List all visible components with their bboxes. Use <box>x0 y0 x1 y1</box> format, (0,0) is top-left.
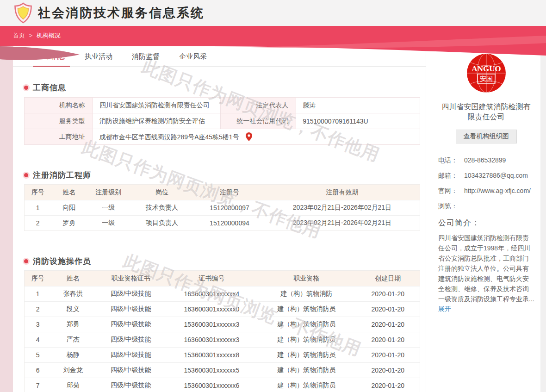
address-label: 工商地址 <box>25 129 93 145</box>
table-cell: 四级/中级技能 <box>95 363 167 378</box>
table-cell: 四级/中级技能 <box>95 302 167 317</box>
view-org-chart-button[interactable]: 查看机构组织图 <box>456 130 517 143</box>
table-row: 1张春洪四级/中级技能163600301xxxxxx4建（构）筑物消防2020-… <box>25 286 420 302</box>
table-row: 服务类型 消防设施维护保养检测/消防安全评估 统一社会信用代码 91510000… <box>25 113 420 129</box>
table-cell: 153600301xxxxxx6 <box>167 378 257 392</box>
table-row: 5杨静四级/中级技能153600301xxxxxx8建（构）筑物消防员2020-… <box>25 348 420 363</box>
table-cell: 技术负责人 <box>130 200 194 216</box>
map-pin-icon[interactable] <box>246 132 252 141</box>
table-cell: 建（构）筑物消防员 <box>257 317 356 332</box>
company-logo: ANGUO 安国 <box>467 54 506 93</box>
service-type-label: 服务类型 <box>25 113 93 129</box>
table-cell: 1 <box>25 200 51 216</box>
table-cell: 严杰 <box>51 332 95 348</box>
table-row: 机构名称 四川省安国建筑消防检测有限责任公司 法定代表人 滕涛 <box>25 98 420 113</box>
table-cell: 四级/中级技能 <box>95 332 167 348</box>
logo-text-cn: 安国 <box>480 75 493 82</box>
column-header: 职业资格证书 <box>95 271 167 286</box>
table-cell: 四级/中级技能 <box>95 286 167 302</box>
table-cell: 163600301xxxxxx4 <box>167 286 257 302</box>
table-cell: 罗勇 <box>51 216 87 231</box>
section-bullet-icon <box>24 86 28 90</box>
table-cell: 建（构）筑物消防员 <box>257 332 356 348</box>
breadcrumb: 首页 > 机构概况 <box>13 31 61 40</box>
table-cell: 153600301xxxxxx3 <box>167 317 257 332</box>
website-row: 官网： http://www.ag-xfjc.com/ <box>438 186 534 196</box>
service-type-value: 消防设施维护保养检测/消防安全评估 <box>93 113 221 129</box>
table-cell: 邱菊 <box>51 378 95 392</box>
table-cell: 2023年02月21日-2026年02月21日 <box>265 200 420 216</box>
column-header: 姓名 <box>51 185 87 200</box>
address-text: 成都市金牛区羊西线蜀汉路289号A座45栋5楼1号 <box>99 133 239 141</box>
company-intro-text: 四川省安国建筑消防检测有限责任公司，成立于1998年，经四川省公安消防总队批准，… <box>438 233 534 304</box>
company-intro-title: 公司简介： <box>438 218 534 228</box>
legal-rep-label: 法定代表人 <box>221 98 296 113</box>
section-bullet-icon <box>24 259 28 263</box>
phone-row: 电话： 028-86532899 <box>438 156 534 165</box>
table-cell: 153600301xxxxxx5 <box>167 363 257 378</box>
table-cell: 2020-01-20 <box>356 317 420 332</box>
website-label: 官网： <box>438 186 464 196</box>
scrollbar[interactable] <box>540 0 546 392</box>
breadcrumb-home-link[interactable]: 首页 <box>13 32 25 39</box>
section-operators: 消防设施操作员 <box>24 256 426 267</box>
column-header: 职业资格 <box>257 271 356 286</box>
phone-label: 电话： <box>438 156 464 165</box>
table-cell: 1 <box>25 286 51 302</box>
tab-company-showcase[interactable]: 企业风采 <box>176 52 210 66</box>
table-row: 2段义四级/中级技能163600301xxxxxx0建（构）筑物消防员2020-… <box>25 302 420 317</box>
org-name-value: 四川省安国建筑消防检测有限责任公司 <box>93 98 221 113</box>
top-header: 社会消防技术服务信息系统 <box>0 0 546 26</box>
table-cell: 建（构）筑物消防员 <box>257 378 356 392</box>
org-name-label: 机构名称 <box>25 98 93 113</box>
table-cell: 2020-01-20 <box>356 286 420 302</box>
contact-info: 电话： 028-86532899 邮箱： 1034327886@qq.com 官… <box>438 156 534 211</box>
column-header: 创建日期 <box>356 271 420 286</box>
table-cell: 建（构）筑物消防员 <box>257 363 356 378</box>
section-business-info: 工商信息 <box>24 82 426 93</box>
table-cell: 2020-01-20 <box>356 378 420 392</box>
table-cell: 一级 <box>87 200 130 216</box>
table-cell: 建（构）筑物消防 <box>257 286 356 302</box>
table-row: 7邱菊四级/中级技能153600301xxxxxx6建（构）筑物消防员2020-… <box>25 378 420 392</box>
table-row: 1向阳一级技术负责人151200000972023年02月21日-2026年02… <box>25 200 420 216</box>
main-content: 工商信息 机构名称 四川省安国建筑消防检测有限责任公司 法定代表人 滕涛 服务类… <box>13 82 426 392</box>
tab-basic-info[interactable]: 基本信息 <box>35 52 68 66</box>
phone-value: 028-86532899 <box>464 156 534 165</box>
table-row: 3郑勇四级/中级技能153600301xxxxxx3建（构）筑物消防员2020-… <box>25 317 420 332</box>
column-header: 证书编号 <box>167 271 257 286</box>
tab-fire-supervision[interactable]: 消防监督 <box>129 52 162 66</box>
business-info-table: 机构名称 四川省安国建筑消防检测有限责任公司 法定代表人 滕涛 服务类型 消防设… <box>24 97 420 145</box>
table-cell: 15120000094 <box>194 216 265 231</box>
table-cell: 153600301xxxxxx8 <box>167 348 257 363</box>
tab-practice-activity[interactable]: 执业活动 <box>82 52 115 66</box>
table-cell: 163600301xxxxxx3 <box>167 332 257 348</box>
sidebar-company-name: 四川省安国建筑消防检测有限责任公司 <box>441 102 532 122</box>
website-value[interactable]: http://www.ag-xfjc.com/ <box>464 186 534 196</box>
section-title: 消防设施操作员 <box>33 256 91 267</box>
logo-text-anguo: ANGUO <box>472 64 501 73</box>
table-cell: 2023年02月21日-2026年02月21日 <box>265 216 420 231</box>
expand-link[interactable]: 展开 <box>438 305 451 313</box>
table-row: 2罗勇一级项目负责人151200000942023年02月21日-2026年02… <box>25 216 420 231</box>
column-header: 注册号 <box>194 185 265 200</box>
column-header: 岗位 <box>130 185 194 200</box>
views-row: 浏览： <box>438 201 534 211</box>
table-cell: 项目负责人 <box>130 216 194 231</box>
table-cell: 2020-01-20 <box>356 332 420 348</box>
column-header: 注册有效期 <box>265 185 420 200</box>
page: 社会消防技术服务信息系统 首页 > 机构概况 基本信息 执业活动 消防监督 企业… <box>0 0 546 392</box>
breadcrumb-current: 机构概况 <box>37 32 61 39</box>
shield-logo-icon <box>13 2 33 24</box>
content-panel: 基本信息 执业活动 消防监督 企业风采 工商信息 机构名称 四川省安国建筑消防检… <box>13 46 540 392</box>
credit-code-label: 统一社会信用代码 <box>221 113 296 129</box>
table-cell: 四级/中级技能 <box>95 317 167 332</box>
section-title: 工商信息 <box>33 82 66 93</box>
table-cell: 5 <box>25 348 51 363</box>
credit-code-value: 91510000709161143U <box>296 113 420 129</box>
column-header: 姓名 <box>51 271 95 286</box>
table-cell: 段义 <box>51 302 95 317</box>
column-header: 注册级别 <box>87 185 130 200</box>
table-cell: 2 <box>25 302 51 317</box>
column-header: 序号 <box>25 271 51 286</box>
